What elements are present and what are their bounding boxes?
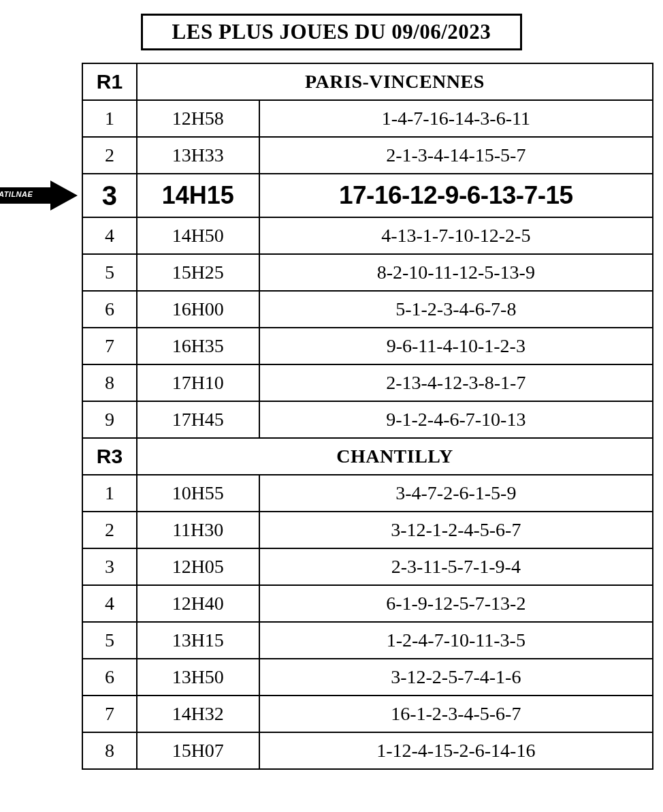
race-number: 7 bbox=[82, 696, 137, 732]
race-numbers: 2-3-11-5-7-1-9-4 bbox=[259, 548, 653, 585]
race-numbers: 5-1-2-3-4-6-7-8 bbox=[259, 291, 653, 328]
race-number: 6 bbox=[82, 291, 137, 328]
race-number: 1 bbox=[82, 100, 137, 137]
race-row: 616H005-1-2-3-4-6-7-8 bbox=[82, 291, 653, 328]
race-number: 6 bbox=[82, 659, 137, 696]
race-numbers: 6-1-9-12-5-7-13-2 bbox=[259, 585, 653, 622]
race-number: 8 bbox=[82, 732, 137, 769]
race-time: 17H45 bbox=[137, 401, 259, 438]
race-numbers: 1-2-4-7-10-11-3-5 bbox=[259, 622, 653, 659]
title-box: LES PLUS JOUES DU 09/06/2023 bbox=[141, 14, 522, 50]
race-time: 14H32 bbox=[137, 696, 259, 732]
meeting-name: PARIS-VINCENNES bbox=[137, 63, 653, 100]
meeting-id: R1 bbox=[82, 63, 137, 100]
race-row: 213H332-1-3-4-14-15-5-7 bbox=[82, 137, 653, 174]
race-time: 11H30 bbox=[137, 512, 259, 548]
race-numbers: 3-4-7-2-6-1-5-9 bbox=[259, 475, 653, 512]
race-time: 16H35 bbox=[137, 328, 259, 364]
race-numbers: 1-12-4-15-2-6-14-16 bbox=[259, 732, 653, 769]
race-number: 3 bbox=[82, 174, 137, 217]
race-time: 17H10 bbox=[137, 364, 259, 401]
race-number: 2 bbox=[82, 137, 137, 174]
race-row: 312H052-3-11-5-7-1-9-4 bbox=[82, 548, 653, 585]
race-time: 10H55 bbox=[137, 475, 259, 512]
race-time: 16H00 bbox=[137, 291, 259, 328]
race-time: 15H07 bbox=[137, 732, 259, 769]
race-row: 211H303-12-1-2-4-5-6-7 bbox=[82, 512, 653, 548]
race-row: 613H503-12-2-5-7-4-1-6 bbox=[82, 659, 653, 696]
race-row: 412H406-1-9-12-5-7-13-2 bbox=[82, 585, 653, 622]
race-number: 9 bbox=[82, 401, 137, 438]
race-row: 714H3216-1-2-3-4-5-6-7 bbox=[82, 696, 653, 732]
arrow-label: ATILNAE bbox=[0, 190, 33, 198]
race-time: 13H50 bbox=[137, 659, 259, 696]
race-numbers: 16-1-2-3-4-5-6-7 bbox=[259, 696, 653, 732]
race-time: 14H50 bbox=[137, 217, 259, 254]
race-numbers: 17-16-12-9-6-13-7-15 bbox=[259, 174, 653, 217]
race-time: 15H25 bbox=[137, 254, 259, 291]
race-row: 815H071-12-4-15-2-6-14-16 bbox=[82, 732, 653, 769]
race-number: 3 bbox=[82, 548, 137, 585]
race-number: 7 bbox=[82, 328, 137, 364]
race-numbers: 8-2-10-11-12-5-13-9 bbox=[259, 254, 653, 291]
race-number: 4 bbox=[82, 217, 137, 254]
race-row: 112H581-4-7-16-14-3-6-11 bbox=[82, 100, 653, 137]
race-numbers: 3-12-1-2-4-5-6-7 bbox=[259, 512, 653, 548]
meeting-name: CHANTILLY bbox=[137, 438, 653, 475]
page-title: LES PLUS JOUES DU 09/06/2023 bbox=[172, 20, 491, 44]
race-number: 8 bbox=[82, 364, 137, 401]
race-row: 917H459-1-2-4-6-7-10-13 bbox=[82, 401, 653, 438]
meeting-header-row: R3CHANTILLY bbox=[82, 438, 653, 475]
race-time: 12H58 bbox=[137, 100, 259, 137]
meeting-header-row: R1PARIS-VINCENNES bbox=[82, 63, 653, 100]
race-row: 513H151-2-4-7-10-11-3-5 bbox=[82, 622, 653, 659]
race-row: 515H258-2-10-11-12-5-13-9 bbox=[82, 254, 653, 291]
race-numbers: 3-12-2-5-7-4-1-6 bbox=[259, 659, 653, 696]
race-numbers: 2-13-4-12-3-8-1-7 bbox=[259, 364, 653, 401]
race-numbers: 9-6-11-4-10-1-2-3 bbox=[259, 328, 653, 364]
race-time: 12H05 bbox=[137, 548, 259, 585]
race-number: 2 bbox=[82, 512, 137, 548]
race-row: 110H553-4-7-2-6-1-5-9 bbox=[82, 475, 653, 512]
race-numbers: 4-13-1-7-10-12-2-5 bbox=[259, 217, 653, 254]
race-time: 14H15 bbox=[137, 174, 259, 217]
meeting-id: R3 bbox=[82, 438, 137, 475]
race-time: 13H15 bbox=[137, 622, 259, 659]
race-row: 314H1517-16-12-9-6-13-7-15 bbox=[82, 174, 653, 217]
race-time: 13H33 bbox=[137, 137, 259, 174]
race-row: 716H359-6-11-4-10-1-2-3 bbox=[82, 328, 653, 364]
race-row: 817H102-13-4-12-3-8-1-7 bbox=[82, 364, 653, 401]
featured-arrow-icon: ATILNAE bbox=[0, 181, 78, 210]
race-row: 414H504-13-1-7-10-12-2-5 bbox=[82, 217, 653, 254]
races-table: R1PARIS-VINCENNES112H581-4-7-16-14-3-6-1… bbox=[82, 63, 653, 770]
race-number: 5 bbox=[82, 622, 137, 659]
page-container: LES PLUS JOUES DU 09/06/2023 ATILNAE R1P… bbox=[0, 14, 663, 770]
race-number: 1 bbox=[82, 475, 137, 512]
race-number: 5 bbox=[82, 254, 137, 291]
race-numbers: 1-4-7-16-14-3-6-11 bbox=[259, 100, 653, 137]
race-numbers: 2-1-3-4-14-15-5-7 bbox=[259, 137, 653, 174]
race-numbers: 9-1-2-4-6-7-10-13 bbox=[259, 401, 653, 438]
race-time: 12H40 bbox=[137, 585, 259, 622]
race-number: 4 bbox=[82, 585, 137, 622]
